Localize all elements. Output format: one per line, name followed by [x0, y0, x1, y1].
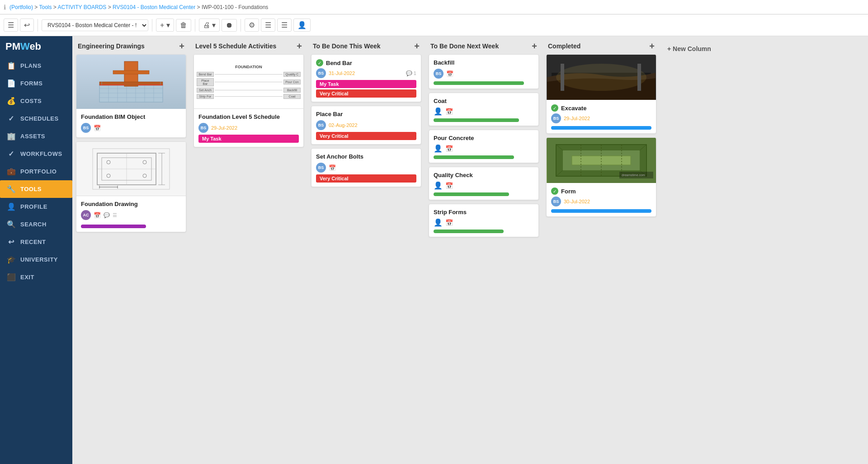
toolbar-separator-3 — [195, 19, 195, 32]
card-body-foundation-drawing: Foundation Drawing AC 📅 💬 ☰ — [76, 196, 186, 232]
column-todo-next-week: To Be Done Next Week + Backfill BS 📅 — [425, 36, 542, 248]
sidebar-item-assets[interactable]: 🏢 ASSETS — [0, 127, 72, 145]
progress-bar-foundation-drawing — [81, 225, 146, 228]
workflows-icon: ✓ — [7, 150, 16, 158]
foundation-drawing-image — [76, 142, 186, 196]
avatar-set-anchor-bolts: BS — [316, 163, 326, 173]
card-meta-coat: 👤 📅 — [434, 107, 534, 116]
sidebar-item-schedules[interactable]: ✓ SCHEDULES — [0, 110, 72, 127]
card-body-excavate: ✓ Excavate BS 29-Jul-2022 — [547, 100, 656, 133]
print-button[interactable]: 🖨 ▾ — [199, 19, 220, 32]
sidebar-item-workflows[interactable]: ✓ WORKFLOWS — [0, 145, 72, 163]
date-excavate: 29-Jul-2022 — [564, 116, 590, 121]
add-button[interactable]: + ▾ — [156, 19, 174, 32]
person-icon-strip-forms: 👤 — [434, 218, 443, 227]
list-view-button[interactable]: ☰ — [4, 19, 18, 32]
filter-button-3[interactable]: ☰ — [277, 19, 292, 32]
tag-very-critical-bend-bar: Very Critical — [316, 89, 416, 98]
assets-icon: 🏢 — [7, 132, 16, 141]
sidebar-item-search[interactable]: 🔍 SEARCH — [0, 216, 72, 233]
calendar-icon-set-anchor-bolts[interactable]: 📅 — [329, 164, 336, 171]
card-body-strip-forms: Strip Forms 👤 📅 — [429, 204, 538, 237]
new-column-button[interactable]: + New Column — [660, 36, 718, 58]
progress-bar-excavate — [551, 126, 651, 130]
column-header-todo-next-week: To Be Done Next Week + — [429, 36, 539, 54]
project-select[interactable]: RVS0104 - Boston Medical Center - ! — [42, 19, 148, 31]
add-card-level5[interactable]: + — [297, 42, 302, 51]
calendar-icon-coat[interactable]: 📅 — [445, 108, 453, 115]
column-completed: Completed + — [542, 36, 660, 228]
card-body-coat: Coat 👤 📅 — [429, 93, 538, 126]
card-body-place-bar: Place Bar BS 02-Aug-2022 Very Critical — [311, 106, 421, 144]
progress-bar-backfill — [434, 81, 524, 85]
sidebar-item-recent[interactable]: ↩ RECENT — [0, 233, 72, 251]
filter-button-2[interactable]: ☰ — [261, 19, 275, 32]
info-icon[interactable]: ℹ — [4, 4, 6, 11]
breadcrumb-iwp: IWP-001-100 - Foundations — [202, 4, 268, 10]
progress-bar-form — [551, 209, 651, 213]
calendar-icon-fd[interactable]: 📅 — [94, 212, 101, 219]
undo-button[interactable]: ↩ — [20, 19, 34, 32]
column-title-todo-next-week: To Be Done Next Week — [430, 42, 499, 50]
sidebar-item-plans[interactable]: 📋 PLANS — [0, 57, 72, 75]
card-body-bend-bar: ✓ Bend Bar BS 31-Jul-2022 💬 1 My Task Ve… — [311, 55, 421, 102]
sidebar-item-costs[interactable]: 💰 COSTS — [0, 92, 72, 110]
calendar-icon-strip-forms[interactable]: 📅 — [445, 219, 453, 226]
column-title-todo-this-week: To Be Done This Week — [313, 42, 381, 50]
breadcrumb-rvs[interactable]: RVS0104 - Boston Medical Center — [113, 4, 195, 10]
sidebar-item-forms[interactable]: 📄 FORMS — [0, 75, 72, 92]
toolbar-separator-4 — [241, 19, 241, 32]
person-icon-pour-concrete: 👤 — [434, 144, 443, 153]
comment-icon-fd: 💬 — [104, 212, 110, 218]
card-meta-form: BS 30-Jul-2022 — [551, 197, 651, 206]
excavate-image — [547, 55, 656, 100]
calendar-icon-quality-check[interactable]: 📅 — [445, 182, 453, 189]
delete-button[interactable]: 🗑 — [176, 19, 191, 32]
sidebar-item-exit[interactable]: ⬛ EXIT — [0, 268, 72, 286]
card-meta-set-anchor-bolts: BS 📅 — [316, 163, 416, 173]
avatar-foundation-drawing: AC — [81, 210, 91, 220]
add-card-todo-next-week[interactable]: + — [532, 42, 537, 51]
breadcrumb-tools[interactable]: Tools — [39, 4, 52, 10]
sidebar-label-profile: PROFILE — [20, 203, 47, 210]
exit-icon: ⬛ — [7, 273, 16, 281]
add-card-todo-this-week[interactable]: + — [414, 42, 420, 51]
sidebar-label-recent: RECENT — [20, 239, 46, 245]
toggle-button[interactable]: ⏺ — [222, 19, 237, 32]
breadcrumb-activity-boards[interactable]: ACTIVITY BOARDS — [58, 4, 107, 10]
calendar-icon-backfill[interactable]: 📅 — [446, 70, 453, 77]
filter-button-1[interactable]: ⚙ — [245, 19, 259, 32]
bim-svg — [90, 57, 172, 107]
date-form: 30-Jul-2022 — [564, 199, 590, 204]
calendar-icon-pour-concrete[interactable]: 📅 — [445, 145, 453, 152]
user-filter-button[interactable]: 👤 — [293, 19, 311, 32]
card-coat: Coat 👤 📅 — [429, 93, 539, 126]
add-card-completed[interactable]: + — [649, 42, 655, 51]
card-pour-concrete: Pour Concrete 👤 📅 — [429, 130, 539, 163]
sidebar-item-university[interactable]: 🎓 UNIVERSITY — [0, 251, 72, 268]
column-header-todo-this-week: To Be Done This Week + — [311, 36, 421, 54]
check-icon-excavate: ✓ — [551, 104, 558, 112]
person-icon-quality-check: 👤 — [434, 181, 443, 190]
sidebar-item-profile[interactable]: 👤 PROFILE — [0, 198, 72, 216]
add-card-engineering-drawings[interactable]: + — [179, 42, 184, 51]
sidebar-item-tools[interactable]: 🔧 TOOLS — [0, 180, 72, 198]
card-set-anchor-bolts: Set Anchor Bolts BS 📅 Very Critical — [311, 148, 421, 187]
sidebar-item-portfolio[interactable]: 💼 PORTFOLIO — [0, 163, 72, 180]
logo-text: PMWeb — [5, 42, 41, 52]
svg-text:dreamstime.com: dreamstime.com — [622, 173, 645, 177]
progress-bar-coat — [434, 118, 519, 122]
card-title-coat: Coat — [434, 98, 534, 104]
costs-icon: 💰 — [7, 97, 16, 105]
list-icon-fd: ☰ — [113, 212, 117, 218]
sidebar-label-search: SEARCH — [20, 221, 47, 228]
sidebar: PMWeb 📋 PLANS 📄 FORMS 💰 COSTS ✓ SCHEDULE… — [0, 36, 72, 464]
breadcrumb-portfolio[interactable]: (Portfolio) — [9, 4, 33, 10]
date-place-bar: 02-Aug-2022 — [329, 122, 358, 128]
avatar-place-bar: BS — [316, 120, 326, 130]
tag-my-task-bend-bar: My Task — [316, 80, 416, 88]
sidebar-label-exit: EXIT — [20, 274, 34, 281]
activity-board: Engineering Drawings + — [72, 36, 868, 464]
tools-icon: 🔧 — [7, 185, 16, 193]
calendar-icon-bim-object[interactable]: 📅 — [94, 125, 101, 131]
